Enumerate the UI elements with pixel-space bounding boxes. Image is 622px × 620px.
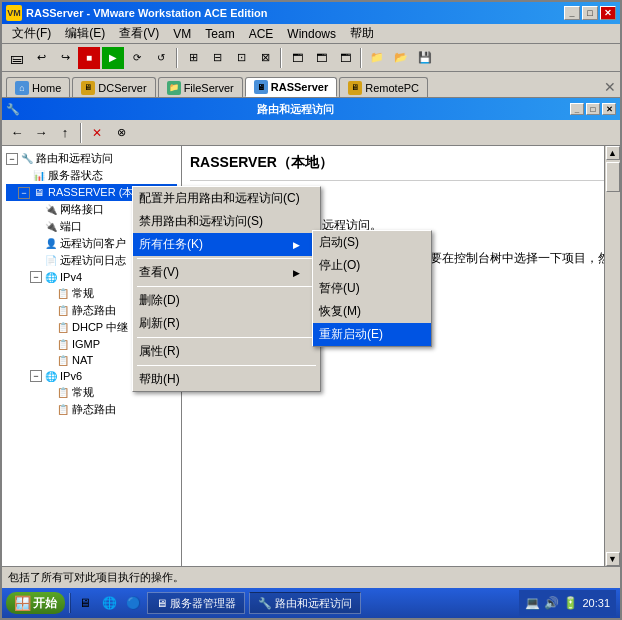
tree-label-ipv6: IPv6 bbox=[60, 370, 82, 382]
inner-minimize[interactable]: _ bbox=[570, 103, 584, 115]
expand-ipv4[interactable]: − bbox=[30, 271, 42, 283]
inner-window-icon: 🔧 bbox=[6, 103, 20, 116]
tab-remotepc-label: RemotePC bbox=[365, 82, 419, 94]
tray-icon1[interactable]: 💻 bbox=[525, 596, 540, 610]
inner-up[interactable]: ↑ bbox=[54, 122, 76, 144]
minimize-button[interactable]: _ bbox=[564, 6, 580, 20]
sub-start[interactable]: 启动(S) bbox=[313, 231, 431, 254]
sub-stop[interactable]: 停止(O) bbox=[313, 254, 431, 277]
content-area: 🔧 路由和远程访问 _ □ ✕ ← → ↑ ✕ ⊗ − 🔧 bbox=[2, 98, 620, 588]
toolbar-back[interactable]: 🖴 bbox=[6, 47, 28, 69]
toolbar-btn13[interactable]: 🗔 bbox=[310, 47, 332, 69]
tree-icon-sr2: 📋 bbox=[56, 403, 70, 417]
scroll-down[interactable]: ▼ bbox=[606, 552, 620, 566]
expand-ipv6[interactable]: − bbox=[30, 370, 42, 382]
toolbar-btn3[interactable]: ↪ bbox=[54, 47, 76, 69]
menu-ace[interactable]: ACE bbox=[243, 25, 280, 43]
ctx-configure[interactable]: 配置并启用路由和远程访问(C) bbox=[133, 187, 320, 210]
inner-close[interactable]: ✕ bbox=[602, 103, 616, 115]
menu-team[interactable]: Team bbox=[199, 25, 240, 43]
tab-fileserver-icon: 📁 bbox=[167, 81, 181, 95]
toolbar-btn11[interactable]: ⊠ bbox=[254, 47, 276, 69]
ctx-properties-label: 属性(R) bbox=[139, 343, 180, 360]
toolbar-btn12[interactable]: 🗔 bbox=[286, 47, 308, 69]
toolbar-btn17[interactable]: 💾 bbox=[414, 47, 436, 69]
tree-label-igmp: IGMP bbox=[72, 338, 100, 350]
taskbar-btn-server[interactable]: 🖥 服务器管理器 bbox=[147, 592, 245, 614]
title-bar-controls: _ □ ✕ bbox=[564, 6, 616, 20]
menu-file[interactable]: 文件(F) bbox=[6, 23, 57, 44]
app-icon: VM bbox=[6, 5, 22, 21]
toolbar-btn15[interactable]: 📁 bbox=[366, 47, 388, 69]
ctx-view[interactable]: 查看(V) ▶ bbox=[133, 261, 320, 284]
tab-bar: ⌂ Home 🖥 DCServer 📁 FileServer 🖥 RASServ… bbox=[2, 72, 620, 98]
expand-rasserver[interactable]: − bbox=[18, 187, 30, 199]
ctx-refresh[interactable]: 刷新(R) bbox=[133, 312, 320, 335]
ctx-properties[interactable]: 属性(R) bbox=[133, 340, 320, 363]
toolbar-btn4[interactable]: ■ bbox=[78, 47, 100, 69]
sub-pause[interactable]: 暂停(U) bbox=[313, 277, 431, 300]
tab-home[interactable]: ⌂ Home bbox=[6, 77, 70, 97]
tab-fileserver[interactable]: 📁 FileServer bbox=[158, 77, 243, 97]
tree-icon-port: 🔌 bbox=[44, 220, 58, 234]
taskbar: 🪟 开始 🖥 🌐 🔵 🖥 服务器管理器 🔧 路由和远程访问 💻 🔊 🔋 20:3… bbox=[2, 588, 620, 618]
menu-vm[interactable]: VM bbox=[167, 25, 197, 43]
tab-bar-close[interactable]: ✕ bbox=[604, 79, 616, 95]
panel-divider bbox=[190, 180, 612, 181]
taskbar-icon1[interactable]: 🖥 bbox=[75, 593, 95, 613]
tab-rasserver[interactable]: 🖥 RASServer bbox=[245, 77, 337, 97]
restore-button[interactable]: □ bbox=[582, 6, 598, 20]
tree-item-staticroute2[interactable]: 📋 静态路由 bbox=[6, 401, 177, 418]
taskbar-routing-icon: 🔧 bbox=[258, 597, 272, 610]
tree-item-root[interactable]: − 🔧 路由和远程访问 bbox=[6, 150, 177, 167]
toolbar-btn6[interactable]: ⟳ bbox=[126, 47, 148, 69]
tab-dcserver-label: DCServer bbox=[98, 82, 146, 94]
tray-icon2[interactable]: 🔊 bbox=[544, 596, 559, 610]
sub-restart-label: 重新启动(E) bbox=[319, 326, 383, 343]
scroll-up[interactable]: ▲ bbox=[606, 146, 620, 160]
ctx-help[interactable]: 帮助(H) bbox=[133, 368, 320, 391]
toolbar-btn16[interactable]: 📂 bbox=[390, 47, 412, 69]
ctx-disable[interactable]: 禁用路由和远程访问(S) bbox=[133, 210, 320, 233]
close-button[interactable]: ✕ bbox=[600, 6, 616, 20]
toolbar-btn2[interactable]: ↩ bbox=[30, 47, 52, 69]
ctx-view-label: 查看(V) bbox=[139, 264, 179, 281]
taskbar-icon2[interactable]: 🌐 bbox=[99, 593, 119, 613]
menu-help[interactable]: 帮助 bbox=[344, 23, 380, 44]
tree-item-status[interactable]: 📊 服务器状态 bbox=[6, 167, 177, 184]
taskbar-icon3[interactable]: 🔵 bbox=[123, 593, 143, 613]
tray-icon3[interactable]: 🔋 bbox=[563, 596, 578, 610]
start-button[interactable]: 🪟 开始 bbox=[6, 592, 65, 614]
expand-root[interactable]: − bbox=[6, 153, 18, 165]
menu-view[interactable]: 查看(V) bbox=[113, 23, 165, 44]
toolbar-btn5[interactable]: ▶ bbox=[102, 47, 124, 69]
toolbar-btn9[interactable]: ⊟ bbox=[206, 47, 228, 69]
inner-delete[interactable]: ✕ bbox=[86, 122, 108, 144]
inner-sep1 bbox=[80, 123, 82, 143]
inner-stop[interactable]: ⊗ bbox=[110, 122, 132, 144]
sub-stop-label: 停止(O) bbox=[319, 257, 360, 274]
tree-label-sr2: 静态路由 bbox=[72, 402, 116, 417]
tab-dcserver-icon: 🖥 bbox=[81, 81, 95, 95]
toolbar-btn10[interactable]: ⊡ bbox=[230, 47, 252, 69]
menu-windows[interactable]: Windows bbox=[281, 25, 342, 43]
scroll-bar[interactable]: ▲ ▼ bbox=[604, 146, 620, 566]
scroll-thumb[interactable] bbox=[606, 162, 620, 192]
ctx-alltasks[interactable]: 所有任务(K) ▶ bbox=[133, 233, 320, 256]
toolbar-btn7[interactable]: ↺ bbox=[150, 47, 172, 69]
inner-restore[interactable]: □ bbox=[586, 103, 600, 115]
tree-label-sr1: 静态路由 bbox=[72, 303, 116, 318]
taskbar-btn-routing[interactable]: 🔧 路由和远程访问 bbox=[249, 592, 361, 614]
tab-dcserver[interactable]: 🖥 DCServer bbox=[72, 77, 155, 97]
inner-forward[interactable]: → bbox=[30, 122, 52, 144]
ctx-delete[interactable]: 删除(D) bbox=[133, 289, 320, 312]
toolbar-btn14[interactable]: 🗔 bbox=[334, 47, 356, 69]
inner-back[interactable]: ← bbox=[6, 122, 28, 144]
sub-restart[interactable]: 重新启动(E) bbox=[313, 323, 431, 346]
toolbar-btn8[interactable]: ⊞ bbox=[182, 47, 204, 69]
sub-resume[interactable]: 恢复(M) bbox=[313, 300, 431, 323]
inner-title-controls: _ □ ✕ bbox=[570, 103, 616, 115]
tab-remotepc[interactable]: 🖥 RemotePC bbox=[339, 77, 428, 97]
tree-icon-rlog: 📄 bbox=[44, 254, 58, 268]
menu-edit[interactable]: 编辑(E) bbox=[59, 23, 111, 44]
